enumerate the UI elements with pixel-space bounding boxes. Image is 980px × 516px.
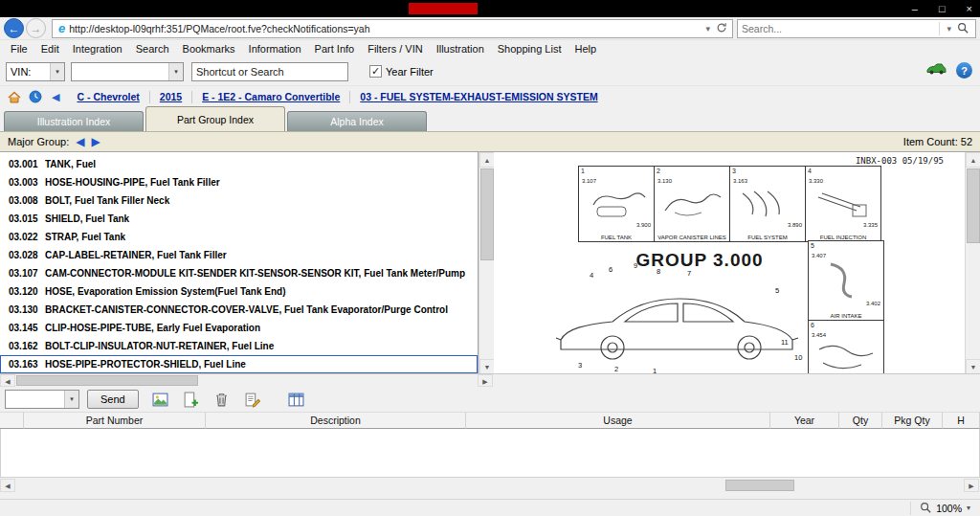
vehicle-icon[interactable] [925, 61, 947, 79]
parts-list-scrollbar[interactable]: ▲ ▼ [479, 152, 494, 374]
callout-number[interactable]: 11 [781, 338, 789, 347]
part-row[interactable]: 03.015 SHIELD, Fuel Tank [0, 210, 478, 228]
scrollbar-thumb[interactable] [725, 480, 794, 491]
menu-integration[interactable]: Integration [66, 43, 129, 55]
breadcrumb-model[interactable]: E - 1E2 - Camaro Convertible [192, 91, 349, 102]
thumbnail-fuel-injection[interactable]: 4 3.330 3.335 FUEL INJECTION [805, 166, 881, 242]
chevron-down-icon[interactable]: ▾ [64, 391, 78, 408]
menu-bookmarks[interactable]: Bookmarks [176, 43, 242, 55]
shortcut-search-input[interactable] [191, 62, 348, 81]
header-h[interactable]: H [943, 412, 980, 429]
help-icon[interactable]: ? [956, 62, 972, 79]
thumbnail-fuel-system[interactable]: 3 3.163 3.890 FUEL SYSTEM [729, 166, 806, 242]
send-target-select[interactable]: ▾ [5, 390, 79, 409]
thumbnail-air-intake[interactable]: 5 3.407 3.402 AIR INTAKE [808, 240, 884, 321]
part-row[interactable]: 03.130 BRACKET-CANISTER-CONNECTOR-COVER-… [0, 301, 478, 319]
scrollbar-thumb[interactable] [16, 375, 198, 386]
part-row[interactable]: 03.028 CAP-LABEL-RETAINER, Fuel Tank Fil… [0, 246, 478, 264]
chevron-down-icon[interactable]: ▾ [168, 63, 183, 80]
url-input[interactable] [69, 21, 702, 36]
next-group-icon[interactable]: ▶ [91, 135, 100, 148]
tab-part-group-index[interactable]: Part Group Index [145, 106, 285, 131]
browser-search-box[interactable]: ▾ [737, 19, 976, 38]
menu-file[interactable]: File [4, 43, 34, 55]
parts-list-hscrollbar[interactable]: ◀ ▶ [0, 374, 494, 388]
scroll-up-icon[interactable]: ▲ [479, 152, 495, 168]
part-row[interactable]: 03.003 HOSE-HOUSING-PIPE, Fuel Tank Fill… [0, 173, 478, 191]
scroll-left-icon[interactable]: ◀ [0, 374, 15, 387]
part-row[interactable]: 03.022 STRAP, Fuel Tank [0, 228, 478, 246]
scroll-left-icon[interactable]: ◀ [0, 479, 15, 492]
illustration-scrollbar[interactable]: ▲ ▼ [965, 152, 980, 374]
send-button[interactable]: Send [87, 390, 139, 409]
maximize-button[interactable]: □ [939, 0, 946, 17]
chevron-down-icon[interactable]: ▾ [50, 63, 64, 80]
menu-part-info[interactable]: Part Info [308, 43, 362, 55]
year-filter-checkbox[interactable]: ✓ [369, 65, 382, 78]
part-row[interactable]: 03.145 CLIP-HOSE-PIPE-TUBE, Early Fuel E… [0, 319, 478, 337]
scrollbar-thumb[interactable] [480, 168, 494, 260]
delete-icon[interactable] [213, 391, 231, 408]
forward-button[interactable]: → [26, 18, 46, 38]
tab-alpha-index[interactable]: Alpha Index [287, 111, 427, 131]
menu-illustration[interactable]: Illustration [430, 43, 491, 55]
header-qty[interactable]: Qty [839, 412, 882, 429]
scrollbar-thumb[interactable] [967, 168, 980, 243]
breadcrumb-back-icon[interactable]: ◀ [52, 91, 59, 103]
header-pkg-qty[interactable]: Pkg Qty [882, 412, 943, 429]
scroll-right-icon[interactable]: ▶ [964, 479, 979, 492]
table-columns-icon[interactable] [288, 391, 305, 408]
menu-edit[interactable]: Edit [34, 43, 66, 55]
secondary-select[interactable]: ▾ [71, 62, 184, 81]
previous-group-icon[interactable]: ◀ [76, 135, 84, 148]
breadcrumb-make[interactable]: C - Chevrolet [67, 91, 148, 102]
part-row-selected[interactable]: 03.163 HOSE-PIPE-PROTECTOR-SHIELD, Fuel … [0, 355, 478, 373]
search-icon[interactable] [954, 22, 971, 35]
browser-search-input[interactable] [742, 21, 935, 36]
thumbnail-fuel-tank[interactable]: 1 3.107 3.900 FUEL TANK [578, 166, 655, 242]
menu-help[interactable]: Help [568, 43, 603, 55]
callout-number[interactable]: 5 [775, 286, 779, 295]
address-bar[interactable]: e ▾ [52, 19, 733, 38]
refresh-icon[interactable] [713, 22, 730, 35]
header-year[interactable]: Year [770, 412, 839, 429]
menu-filters-vin[interactable]: Filters / VIN [361, 43, 429, 55]
thumbnail-fuel-lines[interactable]: 6 3.454 3.430 [808, 320, 884, 374]
back-button[interactable]: ← [4, 18, 24, 38]
part-row[interactable]: 03.107 CAM-CONNECTOR-MODULE KIT-SENDER K… [0, 264, 478, 282]
menu-information[interactable]: Information [242, 43, 308, 55]
callout-number[interactable]: 6 [609, 265, 612, 274]
picture-icon[interactable] [152, 391, 169, 408]
thumbnail-vapor-canister-lines[interactable]: 2 3.130 VAPOR CANISTER LINES [654, 166, 730, 242]
breadcrumb-year[interactable]: 2015 [150, 91, 191, 102]
header-description[interactable]: Description [206, 412, 466, 429]
tab-illustration-index[interactable]: Illustration Index [4, 111, 144, 131]
menu-search[interactable]: Search [129, 43, 176, 55]
callout-number[interactable]: 3 [578, 361, 582, 370]
add-icon[interactable] [183, 391, 200, 408]
search-dropdown-icon[interactable]: ▾ [944, 24, 954, 34]
part-row[interactable]: 03.120 HOSE, Evaporation Emission System… [0, 282, 478, 301]
close-button[interactable]: × [967, 0, 972, 17]
callout-number[interactable]: 9 [634, 261, 637, 270]
menu-shopping-list[interactable]: Shopping List [491, 43, 568, 55]
search-type-select[interactable]: VIN: ▾ [6, 62, 65, 81]
callout-number[interactable]: 7 [687, 269, 691, 278]
autocomplete-dropdown-icon[interactable]: ▾ [702, 24, 713, 34]
notes-icon[interactable] [244, 391, 261, 408]
chevron-down-icon[interactable]: ▾ [967, 504, 970, 512]
breadcrumb-section[interactable]: 03 - FUEL SYSTEM-EXHAUST-EMISSION SYSTEM [350, 91, 607, 102]
part-row[interactable]: 03.001 TANK, Fuel [0, 155, 478, 173]
callout-number[interactable]: 4 [590, 271, 593, 280]
year-filter-label[interactable]: Year Filter [386, 66, 434, 78]
history-icon[interactable] [29, 90, 42, 103]
part-row[interactable]: 03.162 BOLT-CLIP-INSULATOR-NUT-RETAINER,… [0, 337, 478, 355]
home-icon[interactable] [8, 91, 21, 103]
header-cell[interactable] [0, 412, 24, 429]
scroll-up-icon[interactable]: ▲ [966, 152, 980, 168]
scroll-down-icon[interactable]: ▼ [966, 359, 980, 374]
header-usage[interactable]: Usage [466, 412, 770, 429]
results-hscrollbar[interactable]: ◀ ▶ [0, 477, 980, 492]
scroll-right-icon[interactable]: ▶ [478, 374, 493, 387]
callout-number[interactable]: 8 [657, 267, 660, 276]
